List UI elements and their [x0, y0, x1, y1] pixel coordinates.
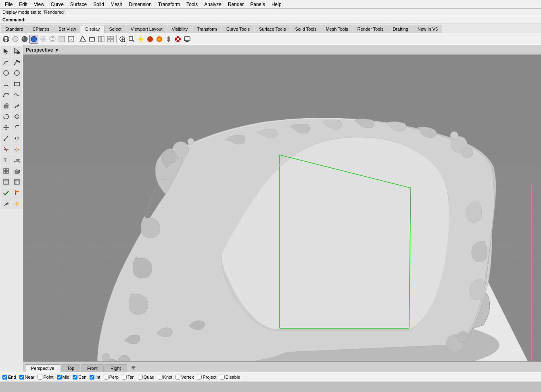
icon-shaded-white[interactable] [11, 35, 20, 44]
icon-xray[interactable] [48, 35, 57, 44]
tool-mirror[interactable] [12, 133, 22, 144]
icon-world[interactable] [2, 35, 10, 44]
tool-trim[interactable] [1, 144, 11, 154]
tab-surface-tools[interactable]: Surface Tools [255, 25, 290, 33]
vp-tab-add[interactable]: ⊕ [128, 363, 139, 372]
icon-two-view[interactable] [97, 35, 106, 44]
snap-vertex[interactable]: Vertex [175, 375, 194, 379]
tab-standard[interactable]: Standard [1, 25, 28, 33]
icon-ghosted[interactable] [39, 35, 48, 44]
icon-render-orange[interactable] [155, 35, 164, 44]
menu-analyze[interactable]: Analyze [201, 1, 225, 8]
tab-viewport-layout[interactable]: Viewport Layout [126, 25, 167, 33]
snap-perp[interactable]: Perp [104, 375, 119, 379]
menu-mesh[interactable]: Mesh [107, 1, 125, 8]
tool-lightning[interactable] [12, 198, 22, 209]
menu-view[interactable]: View [31, 1, 48, 8]
icon-four-view[interactable] [106, 35, 115, 44]
tool-select-dot[interactable] [12, 46, 22, 56]
icon-rendered[interactable] [29, 35, 38, 44]
tab-drafting[interactable]: Drafting [388, 25, 413, 33]
tool-rotate[interactable] [12, 122, 22, 133]
icon-shaded-dark[interactable] [20, 35, 29, 44]
tab-display[interactable]: Display [81, 25, 104, 33]
menu-help[interactable]: Help [268, 1, 285, 8]
tool-hatch[interactable] [1, 177, 11, 187]
tool-surface-from-planar[interactable] [12, 111, 22, 122]
menu-panels[interactable]: Panels [247, 1, 268, 8]
tool-rectangle[interactable] [12, 79, 22, 89]
viewport-canvas[interactable]: X Z Y [23, 55, 541, 361]
snap-point[interactable]: Point [38, 375, 53, 379]
icon-stop-red[interactable] [173, 35, 182, 44]
menu-curve[interactable]: Curve [48, 1, 67, 8]
snap-int-checkbox[interactable] [90, 375, 94, 379]
tool-text[interactable]: T [1, 155, 11, 165]
tool-scale[interactable] [1, 133, 11, 144]
snap-mid[interactable]: Mid [57, 375, 70, 379]
tab-render-tools[interactable]: Render Tools [353, 25, 388, 33]
tool-circle[interactable] [1, 68, 11, 78]
vp-tab-right[interactable]: Right [104, 364, 127, 372]
tool-revolve[interactable] [1, 111, 11, 122]
menu-edit[interactable]: Edit [16, 1, 31, 8]
snap-end[interactable]: End [2, 375, 16, 379]
snap-end-checkbox[interactable] [2, 375, 7, 379]
tool-hatch-2[interactable] [12, 177, 22, 187]
snap-near[interactable]: Near [19, 375, 35, 379]
tool-arc[interactable] [1, 79, 11, 89]
snap-mid-checkbox[interactable] [57, 375, 62, 379]
tab-solid-tools[interactable]: Solid Tools [290, 25, 321, 33]
vp-tab-perspective[interactable]: Perspective [25, 364, 60, 372]
tab-new-v5[interactable]: New in V5 [413, 25, 442, 33]
menu-dimension[interactable]: Dimension [125, 1, 155, 8]
snap-cen-checkbox[interactable] [73, 375, 77, 379]
tool-block[interactable] [12, 166, 22, 176]
tab-cplanes[interactable]: CPlanes [28, 25, 54, 33]
tab-visibility[interactable]: Visibility [167, 25, 192, 33]
snap-project[interactable]: Project [197, 375, 216, 379]
snap-knot-checkbox[interactable] [158, 375, 163, 379]
icon-pan[interactable] [164, 35, 173, 44]
tool-extrude[interactable] [1, 100, 11, 111]
menu-solid[interactable]: Solid [90, 1, 107, 8]
icon-perspective[interactable] [78, 35, 87, 44]
tool-dimension[interactable]: dim [12, 155, 22, 165]
tool-freeform[interactable] [1, 90, 11, 100]
tool-flag[interactable] [12, 188, 22, 198]
snap-quad[interactable]: Quad [138, 375, 155, 379]
snap-vertex-checkbox[interactable] [175, 375, 180, 379]
tool-loft[interactable] [12, 100, 22, 111]
icon-zoom-extents[interactable] [118, 35, 127, 44]
tool-group[interactable] [1, 166, 11, 176]
icon-sun[interactable] [136, 35, 145, 44]
menu-render[interactable]: Render [225, 1, 247, 8]
tab-transform[interactable]: Transform [192, 25, 221, 33]
menu-file[interactable]: File [2, 1, 16, 8]
snap-point-checkbox[interactable] [38, 375, 42, 379]
snap-tan-checkbox[interactable] [122, 375, 127, 379]
tab-mesh-tools[interactable]: Mesh Tools [321, 25, 352, 33]
snap-perp-checkbox[interactable] [104, 375, 109, 379]
tool-curve-line[interactable] [1, 57, 11, 67]
tool-blend-curve[interactable] [12, 90, 22, 100]
menu-transform[interactable]: Transform [155, 1, 183, 8]
tool-curve-points[interactable] [12, 57, 22, 67]
snap-disable[interactable]: Disable [220, 375, 240, 379]
tab-curve-tools[interactable]: Curve Tools [222, 25, 254, 33]
icon-parallel[interactable] [88, 35, 96, 44]
icon-flat[interactable] [57, 35, 66, 44]
command-input[interactable] [27, 17, 539, 22]
icon-zoom-window[interactable] [127, 35, 136, 44]
tool-circle-3pt[interactable] [12, 68, 22, 78]
snap-disable-checkbox[interactable] [220, 375, 225, 379]
snap-project-checkbox[interactable] [197, 375, 202, 379]
menu-surface[interactable]: Surface [67, 1, 90, 8]
vp-tab-top[interactable]: Top [61, 364, 80, 372]
icon-monitor[interactable] [183, 35, 192, 44]
viewport-dropdown-arrow[interactable]: ▼ [54, 48, 59, 52]
icon-render-red[interactable] [146, 35, 155, 44]
snap-tan[interactable]: Tan [122, 375, 135, 379]
snap-int[interactable]: Int [90, 375, 100, 379]
icon-pen[interactable]: P [67, 35, 75, 44]
